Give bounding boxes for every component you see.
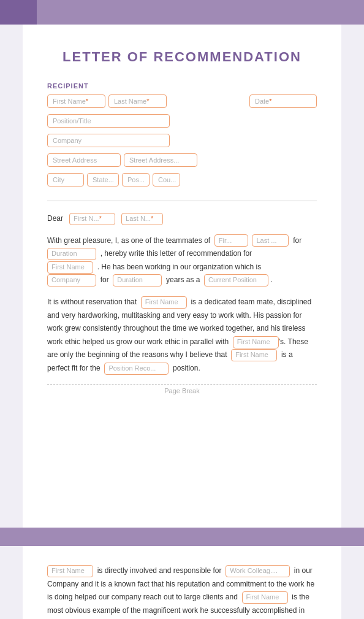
page-title: LETTER OF RECOMMENDATION <box>47 49 317 65</box>
second-page: First Name is directly involved and resp… <box>23 546 341 619</box>
last-name-field[interactable]: Last Name <box>108 94 167 108</box>
street2-field[interactable]: Street Address... <box>124 153 197 167</box>
paragraph-1: With great pleasure, I, as one of the te… <box>47 234 317 287</box>
city-field[interactable]: City <box>47 173 84 186</box>
second-firstname6-field[interactable]: First Name <box>47 565 93 577</box>
dear-last-field[interactable]: Last N... <box>121 213 163 225</box>
state-field[interactable]: State... <box>87 173 119 186</box>
divider <box>47 201 317 201</box>
bottom-bar <box>0 528 364 546</box>
page-break: Page Break <box>47 384 317 394</box>
paragraph-2: It is without reservation that First Nam… <box>47 296 317 375</box>
page-container: LETTER OF RECOMMENDATION RECIPIENT First… <box>23 25 341 528</box>
street1-field[interactable]: Street Address <box>47 153 121 167</box>
first-name-field[interactable]: First Name <box>47 94 105 108</box>
para1-duration-field[interactable]: Duration <box>47 248 96 260</box>
top-bar <box>0 0 364 25</box>
second-workcolleag-field[interactable]: Work Colleag.... <box>226 565 290 577</box>
second-page-body: First Name is directly involved and resp… <box>47 564 317 619</box>
date-field[interactable]: Date <box>249 94 317 108</box>
dear-first-field[interactable]: First N... <box>69 213 115 225</box>
country-field[interactable]: Cou... <box>153 173 180 186</box>
position-field[interactable]: Position/Title <box>47 114 170 128</box>
recipient-section: RECIPIENT First Name Last Name Position/… <box>47 82 317 190</box>
recipient-label: RECIPIENT <box>47 82 317 90</box>
second-firstname7-field[interactable]: First Name <box>242 591 288 604</box>
para2-firstname4-field[interactable]: First Name <box>233 336 279 348</box>
para1-company-field[interactable]: Company <box>47 274 96 286</box>
para2-posreco-field[interactable]: Position Reco... <box>104 363 169 375</box>
para2-firstname3-field[interactable]: First Name <box>141 296 187 309</box>
postal-field[interactable]: Pos... <box>122 173 150 186</box>
para1-currentpos-field[interactable]: Current Position <box>204 274 268 286</box>
para2-firstname5-field[interactable]: First Name <box>231 349 277 361</box>
company-field[interactable]: Company <box>47 134 170 147</box>
dear-label: Dear <box>47 214 63 223</box>
para1-duration2-field[interactable]: Duration <box>113 274 162 286</box>
letter-body: Dear First N... Last N... With great ple… <box>47 212 317 375</box>
second-para: First Name is directly involved and resp… <box>47 564 317 619</box>
para1-last-field[interactable]: Last ... <box>252 234 289 247</box>
top-bar-accent <box>0 0 37 25</box>
para1-first-field[interactable]: Fir... <box>214 234 248 247</box>
dear-line: Dear First N... Last N... <box>47 212 317 226</box>
para1-firstname2-field[interactable]: First Name <box>47 261 93 274</box>
